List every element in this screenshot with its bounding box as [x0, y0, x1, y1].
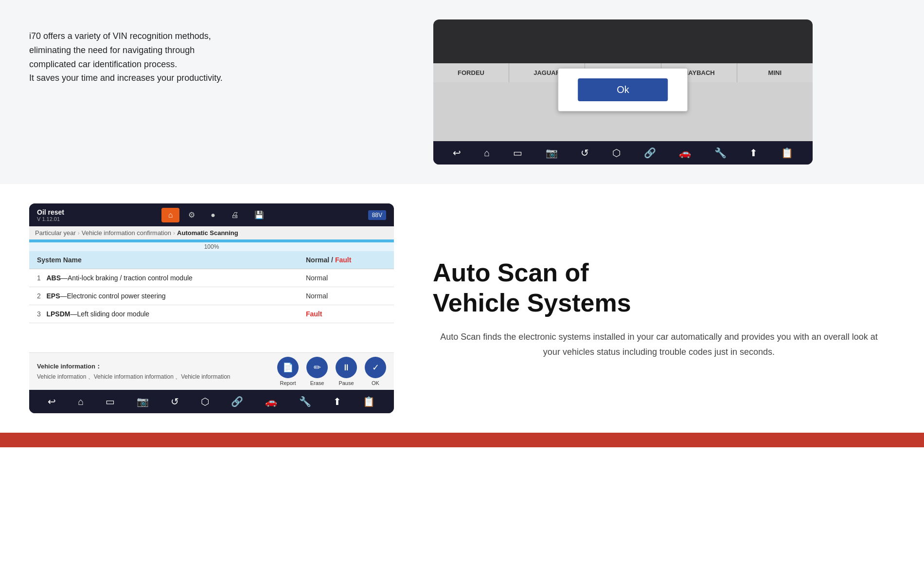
erase-icon: ✏ — [306, 357, 328, 378]
device-version: V 1.12.01 — [37, 216, 64, 222]
row1-status: Normal — [298, 269, 394, 287]
table-row: 2 EPS—Electronic control power steering … — [29, 287, 394, 305]
middle-section: Oil reset V 1.12.01 ⌂ ⚙ ● 🖨 💾 88V Partic… — [0, 184, 924, 433]
section-title: Auto Scan of Vehicle Systems — [433, 257, 885, 318]
report-label: Report — [280, 380, 296, 386]
top-device-mockup: Ok FORDEU JAGUAR LANCIA MAYBACH MINI ↩ ⌂… — [433, 19, 895, 165]
top-description: i70 offers a variety of VIN recognition … — [29, 19, 414, 85]
device-toolbar-top: ↩ ⌂ ▭ 📷 ↺ ⬡ 🔗 🚗 🔧 ⬆ 📋 — [433, 141, 813, 165]
camera-icon[interactable]: 📷 — [542, 145, 562, 161]
bottom-home-icon[interactable]: ⌂ — [74, 394, 88, 409]
nav-home-btn[interactable]: ⌂ — [161, 208, 180, 222]
bottom-wrench-icon[interactable]: 🔧 — [295, 394, 315, 409]
scan-table: System Name Normal / Fault 1 ABS—Anti-lo… — [29, 251, 394, 323]
breadcrumb-bar: Particular year › Vehicle information co… — [29, 226, 394, 239]
progress-label: 100% — [29, 242, 394, 251]
nav-save-btn[interactable]: 💾 — [248, 207, 271, 222]
erase-button[interactable]: ✏ Erase — [306, 357, 328, 386]
breadcrumb-vehicle-info[interactable]: Vehicle information confirmation — [82, 229, 171, 237]
nav-settings-btn[interactable]: ⚙ — [181, 207, 202, 222]
table-row: 1 ABS—Anti-lock braking / traction contr… — [29, 269, 394, 287]
section-description: Auto Scan finds the electronic systems i… — [433, 330, 885, 359]
bottom-camera-icon[interactable]: 📷 — [133, 394, 153, 409]
breadcrumb-particular-year[interactable]: Particular year — [35, 229, 76, 237]
pause-label: Pause — [338, 380, 354, 386]
bottom-link-icon[interactable]: 🔗 — [227, 394, 247, 409]
vehicle-info-label: Vehicle information： — [37, 362, 231, 371]
row3-num: 3 — [37, 310, 45, 318]
bottom-action-area: Vehicle information： Vehicle information… — [29, 352, 394, 390]
bottom-red-bar — [0, 433, 924, 447]
bottom-car-icon[interactable]: 🚗 — [261, 394, 281, 409]
row2-num: 2 — [37, 292, 45, 300]
bottom-back-icon[interactable]: ↩ — [44, 394, 60, 409]
rotate-icon[interactable]: ↺ — [577, 145, 593, 161]
car-icon[interactable]: 🚗 — [675, 145, 695, 161]
ok-action-icon: ✓ — [365, 357, 386, 378]
row1-num: 1 — [37, 274, 45, 282]
nav-print-btn[interactable]: 🖨 — [224, 208, 246, 222]
device-toolbar-bottom: ↩ ⌂ ▭ 📷 ↺ ⬡ 🔗 🚗 🔧 ⬆ 📋 — [29, 390, 394, 413]
window-icon[interactable]: ▭ — [509, 145, 526, 161]
report-icon: 📄 — [277, 357, 299, 378]
description-text: i70 offers a variety of VIN recognition … — [29, 29, 414, 85]
row1-system: 1 ABS—Anti-lock braking / traction contr… — [29, 269, 298, 287]
breadcrumb-arrow-1: › — [78, 230, 80, 237]
spacer — [29, 323, 394, 352]
wrench-icon[interactable]: 🔧 — [711, 145, 730, 161]
table-row: 3 LPSDM—Left sliding door module Fault — [29, 305, 394, 323]
ok-action-button[interactable]: ✓ OK — [365, 357, 386, 386]
erase-label: Erase — [310, 380, 324, 386]
pause-icon: ⏸ — [336, 357, 357, 378]
device-header: Oil reset V 1.12.01 ⌂ ⚙ ● 🖨 💾 88V — [29, 203, 394, 226]
home-icon[interactable]: ⌂ — [480, 146, 494, 161]
brand-fordeu[interactable]: FORDEU — [433, 63, 509, 82]
device-nav-icons: ⌂ ⚙ ● 🖨 💾 — [161, 207, 271, 222]
pause-button[interactable]: ⏸ Pause — [336, 357, 357, 386]
bottom-menu-icon[interactable]: 📋 — [359, 394, 379, 409]
row3-status: Fault — [298, 305, 394, 323]
battery-indicator: 88V — [368, 210, 386, 220]
breadcrumb-arrow-2: › — [173, 230, 175, 237]
bottom-crop-icon[interactable]: ⬡ — [197, 394, 213, 409]
ok-button[interactable]: Ok — [578, 78, 668, 101]
col-system-name: System Name — [29, 251, 298, 269]
bottom-upload-icon[interactable]: ⬆ — [329, 394, 345, 409]
device-title: Oil reset — [37, 208, 64, 216]
device-screen-top: Ok FORDEU JAGUAR LANCIA MAYBACH MINI — [433, 63, 813, 141]
bottom-rotate-icon[interactable]: ↺ — [167, 394, 183, 409]
link-icon[interactable]: 🔗 — [640, 145, 660, 161]
row2-system: 2 EPS—Electronic control power steering — [29, 287, 298, 305]
upload-icon[interactable]: ⬆ — [746, 145, 762, 161]
bottom-window-icon[interactable]: ▭ — [102, 394, 119, 409]
menu-icon[interactable]: 📋 — [777, 145, 797, 161]
device-bottom: Oil reset V 1.12.01 ⌂ ⚙ ● 🖨 💾 88V Partic… — [29, 203, 394, 413]
crop-icon[interactable]: ⬡ — [608, 145, 624, 161]
row2-status: Normal — [298, 287, 394, 305]
right-text-section: Auto Scan of Vehicle Systems Auto Scan f… — [423, 203, 895, 413]
top-section: i70 offers a variety of VIN recognition … — [0, 0, 924, 184]
vehicle-info-area: Vehicle information： Vehicle information… — [37, 362, 231, 381]
device-top: Ok FORDEU JAGUAR LANCIA MAYBACH MINI ↩ ⌂… — [433, 19, 813, 165]
device-title-group: Oil reset V 1.12.01 — [37, 208, 64, 222]
brand-mini[interactable]: MINI — [737, 63, 813, 82]
nav-record-btn[interactable]: ● — [204, 208, 222, 222]
fault-label: Fault — [335, 256, 351, 264]
col-status: Normal / Fault — [298, 251, 394, 269]
back-icon[interactable]: ↩ — [449, 145, 465, 161]
row3-system: 3 LPSDM—Left sliding door module — [29, 305, 298, 323]
ok-dialog: Ok — [558, 68, 688, 111]
breadcrumb-auto-scanning: Automatic Scanning — [177, 229, 238, 237]
ok-action-label: OK — [372, 380, 379, 386]
report-button[interactable]: 📄 Report — [277, 357, 299, 386]
vehicle-info-text: Vehicle information 、Vehicle information… — [37, 373, 231, 381]
action-buttons: 📄 Report ✏ Erase ⏸ Pause ✓ OK — [277, 357, 386, 386]
